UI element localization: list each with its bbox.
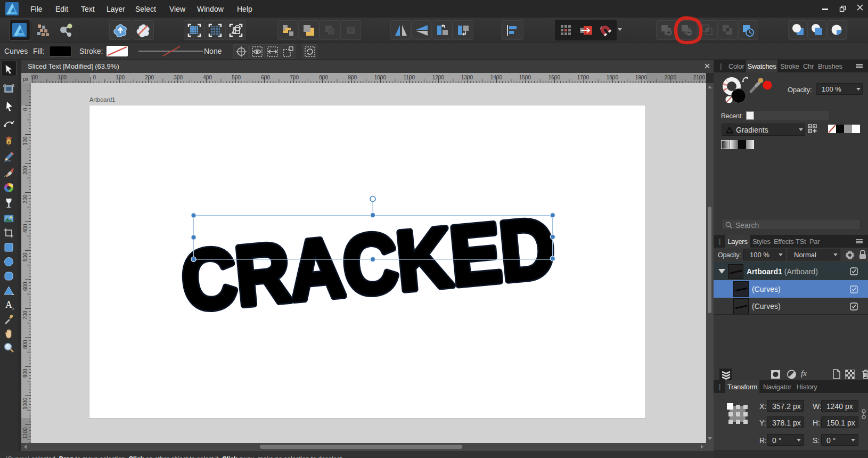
svg-text:CRACKED: CRACKED [178, 200, 559, 328]
svg-text:A: A [5, 299, 12, 310]
